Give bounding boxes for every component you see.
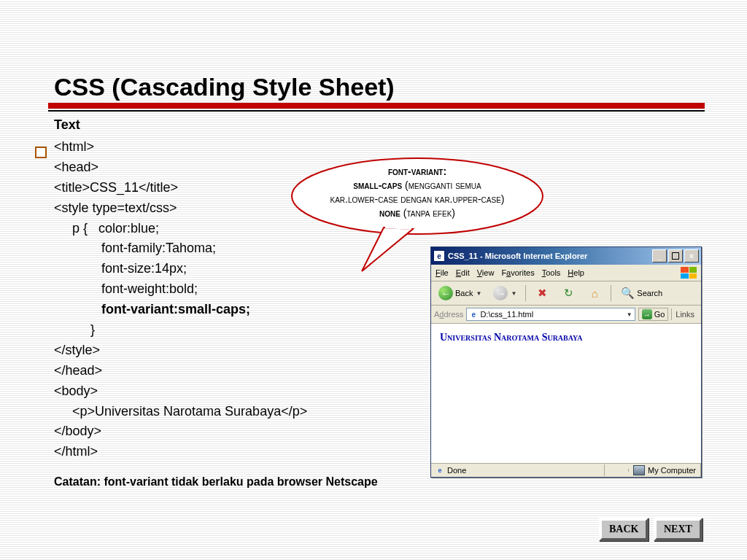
page-viewport: Universitas Narotama Surabaya (431, 324, 701, 463)
go-button[interactable]: → Go (638, 308, 669, 321)
code-line: font-family:Tahoma; (54, 241, 216, 255)
search-button[interactable]: 🔍 Search (616, 284, 667, 303)
links-button[interactable]: Links (671, 308, 698, 320)
titlebar: e CSS_11 - Microsoft Internet Explorer _… (431, 247, 701, 265)
refresh-button[interactable]: ↻ (557, 284, 580, 303)
address-label: Address (434, 310, 463, 319)
title-rule-black (48, 110, 705, 112)
code-line: </body> (54, 424, 101, 438)
ie-icon: e (436, 466, 444, 475)
slide-title: CSS (Cascading Style Sheet) (54, 73, 705, 101)
statusbar: e Done My Computer (431, 463, 701, 477)
code-line: <p>Universitas Narotama Surabaya</p> (54, 404, 307, 419)
page-text: Universitas Narotama Surabaya (440, 332, 583, 343)
search-label: Search (637, 289, 662, 298)
code-line-bold: font-variant:small-caps; (54, 302, 250, 316)
dropdown-icon[interactable]: ▼ (627, 311, 632, 318)
forward-icon: → (493, 286, 508, 300)
nav-next-button[interactable]: NEXT (654, 518, 703, 541)
code-line: <body> (54, 384, 98, 398)
search-icon: 🔍 (620, 286, 635, 300)
minimize-button[interactable]: _ (652, 249, 667, 262)
maximize-button[interactable] (668, 249, 683, 262)
code-line: </head> (54, 363, 102, 378)
my-computer-icon (633, 465, 645, 475)
ie-icon: e (433, 250, 445, 262)
status-done: Done (447, 466, 466, 475)
windows-flag-icon (681, 267, 697, 279)
menu-edit[interactable]: Edit (456, 268, 470, 277)
stop-icon: ✖ (535, 286, 549, 300)
code-line: </html> (54, 444, 98, 459)
callout-bubble: font-variant: small-caps (mengganti semu… (289, 156, 546, 238)
title-rule-red (48, 103, 705, 109)
code-line: } (54, 322, 95, 337)
code-line: font-weight:bold; (54, 281, 198, 296)
code-line: <head> (54, 160, 98, 174)
forward-button[interactable]: → ▼ (489, 284, 521, 303)
bubble-text: (mengganti semua (402, 179, 481, 191)
code-line: <html> (54, 139, 94, 154)
code-line: </style> (54, 343, 100, 357)
bubble-text: kar.lower-case dengan kar.upper-case) (330, 193, 504, 205)
section-heading: Text (54, 117, 705, 133)
page-icon: e (469, 309, 478, 319)
toolbar: ← Back ▼ → ▼ ✖ ↻ ⌂ 🔍 Search (431, 281, 701, 306)
code-line: font-size:14px; (54, 261, 187, 276)
nav-back-button[interactable]: BACK (599, 518, 649, 541)
bubble-bold: none (379, 207, 400, 219)
bubble-bold: small-caps (353, 179, 402, 191)
window-title: CSS_11 - Microsoft Internet Explorer (448, 252, 652, 260)
menu-view[interactable]: View (477, 268, 495, 277)
home-icon: ⌂ (587, 286, 602, 300)
dropdown-icon[interactable]: ▼ (511, 290, 516, 297)
status-zone: My Computer (648, 466, 696, 475)
code-line: <title>CSS_11</title> (54, 180, 178, 195)
browser-window: e CSS_11 - Microsoft Internet Explorer _… (430, 246, 702, 478)
stop-button[interactable]: ✖ (530, 284, 554, 303)
go-label: Go (654, 310, 665, 319)
menu-favorites[interactable]: Favorites (501, 268, 534, 277)
bubble-line1: font-variant: (388, 166, 446, 177)
close-button[interactable]: × (684, 249, 699, 262)
menubar: File Edit View Favorites Tools Help (431, 265, 701, 281)
address-bar: Address e D:\css_11.html ▼ → Go Links (431, 306, 701, 324)
code-line: p { color:blue; (54, 221, 159, 236)
dropdown-icon[interactable]: ▼ (476, 290, 481, 297)
back-icon: ← (438, 286, 453, 300)
separator (611, 285, 611, 301)
refresh-icon: ↻ (561, 286, 576, 300)
menu-tools[interactable]: Tools (542, 268, 561, 277)
bullet-icon (35, 147, 47, 158)
menu-file[interactable]: File (436, 268, 449, 277)
home-button[interactable]: ⌂ (583, 284, 606, 303)
bubble-text: (tanpa efek) (400, 207, 455, 219)
go-icon: → (642, 309, 652, 319)
back-label: Back (455, 289, 473, 298)
address-input[interactable]: e D:\css_11.html ▼ (466, 308, 635, 321)
address-value: D:\css_11.html (480, 310, 533, 319)
menu-help[interactable]: Help (568, 268, 584, 277)
code-line: <style type=text/css> (54, 201, 177, 215)
separator (525, 285, 526, 301)
back-button[interactable]: ← Back ▼ (434, 284, 486, 303)
